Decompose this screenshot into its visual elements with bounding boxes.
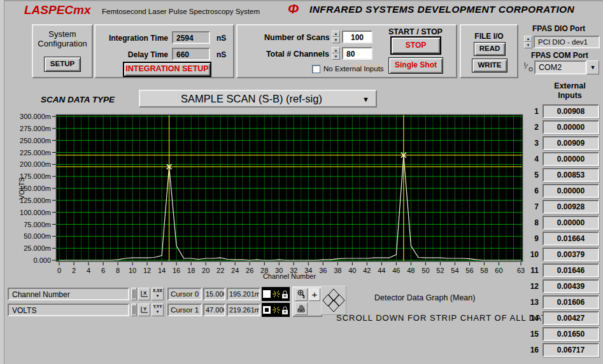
- external-input-value: 0.00909: [543, 136, 599, 150]
- x-tick-label: 24: [231, 267, 239, 274]
- external-input-value: 0.00000: [543, 216, 599, 230]
- x-tick-label: 6: [101, 267, 105, 274]
- cursor1-name-field[interactable]: Cursor 1: [167, 304, 202, 316]
- num-scans-field[interactable]: 100: [342, 31, 372, 43]
- x-tick-label: 18: [187, 267, 195, 274]
- external-input-index: 6: [525, 186, 539, 195]
- external-input-index: 3: [525, 139, 539, 148]
- external-input-value: 0.01664: [543, 232, 599, 246]
- fpas-dio-stepper[interactable]: ▲ ▼: [524, 36, 532, 48]
- external-input-index: 16: [525, 346, 539, 354]
- no-external-inputs-checkbox[interactable]: [312, 65, 320, 73]
- cursor0-x-field[interactable]: 15.000: [203, 288, 225, 300]
- svg-text:X: X: [143, 290, 147, 296]
- lock-icon: [281, 290, 288, 299]
- x-tick-label: 26: [246, 267, 253, 274]
- decrement-icon[interactable]: ▼: [332, 37, 340, 43]
- y-scale-grip-icon[interactable]: [131, 304, 137, 316]
- y-tick-label: 0.000: [33, 256, 51, 264]
- decrement-icon[interactable]: ▼: [524, 42, 532, 48]
- x-scale-legend-field[interactable]: Channel Number: [8, 288, 129, 300]
- single-shot-button[interactable]: Single Shot: [388, 57, 443, 74]
- graph-title: Detector Data Graph (Mean): [374, 293, 475, 302]
- x-axis-lock-button[interactable]: X: [138, 288, 150, 300]
- external-input-index: 5: [525, 171, 539, 179]
- x-format-button[interactable]: X.XX▼: [152, 288, 164, 300]
- external-input-value: 0.01646: [543, 263, 599, 277]
- external-input-index: 9: [525, 234, 539, 243]
- x-tick-label: 36: [319, 267, 327, 274]
- x-scale-grip-icon[interactable]: [131, 288, 137, 300]
- external-input-index: 7: [525, 202, 539, 211]
- scan-data-type-dropdown[interactable]: SAMPLE SCAN (S-B) (ref-sig) ▼: [139, 90, 377, 108]
- x-axis-title: Channel Number: [263, 272, 316, 280]
- num-scans-stepper[interactable]: ▲ ▼: [332, 31, 340, 43]
- x-tick-label: 14: [158, 267, 166, 274]
- external-input-index: 15: [525, 330, 539, 339]
- x-tick-label: 4: [87, 267, 90, 274]
- svg-text:Y: Y: [143, 306, 147, 312]
- external-input-value: 0.00379: [543, 248, 599, 262]
- cursor0-name-field[interactable]: Cursor 0: [167, 288, 202, 300]
- write-button[interactable]: WRITE: [472, 59, 507, 73]
- system-config-title-line1: System: [48, 29, 76, 39]
- cursor-crosshair-icon: [272, 305, 281, 314]
- detector-data-graph[interactable]: 300.000m275.000m250.000m225.000m200.000m…: [5, 109, 525, 283]
- cursor-movement-pad-button[interactable]: [321, 286, 346, 315]
- cursor0-y-field[interactable]: 195.201m: [227, 288, 260, 300]
- chevron-down-icon: ▼: [156, 310, 160, 314]
- scroll-note: SCROLL DOWN FOR STRIP CHART OF ALL DATA: [336, 313, 553, 323]
- external-input-index: 11: [525, 266, 539, 275]
- io-port-icon: I ∕ O: [523, 61, 534, 75]
- increment-icon[interactable]: ▲: [332, 47, 340, 53]
- y-axis-title: VOLTS: [18, 177, 25, 199]
- y-format-button[interactable]: Y.YY▼: [152, 304, 164, 316]
- cursor1-marker-panel[interactable]: [262, 303, 290, 317]
- y-tick-label: 100.000m: [20, 209, 51, 216]
- y-tick-label: 300.000m: [20, 113, 51, 120]
- delay-time-field[interactable]: 660: [172, 48, 210, 60]
- y-tick-label: 225.000m: [20, 149, 51, 157]
- increment-icon[interactable]: ▲: [524, 36, 532, 42]
- crosshair-tool-button[interactable]: +: [309, 288, 320, 301]
- x-tick-label: 0: [57, 267, 61, 274]
- cursor1-x-field[interactable]: 47.000: [203, 304, 225, 316]
- external-input-index: 4: [525, 155, 539, 164]
- no-external-inputs-label: No External Inputs: [323, 65, 384, 73]
- setup-button[interactable]: SETUP: [44, 57, 81, 72]
- integration-time-field[interactable]: 2594: [172, 31, 210, 44]
- stop-button[interactable]: STOP: [390, 36, 441, 55]
- external-input-index: 14: [525, 314, 539, 323]
- pan-tool-button[interactable]: [295, 302, 308, 315]
- decrement-icon[interactable]: ▼: [332, 53, 340, 60]
- external-input-index: 2: [525, 123, 539, 132]
- legend-divider: [165, 286, 166, 318]
- increment-icon[interactable]: ▲: [332, 31, 340, 37]
- y-axis-lock-button[interactable]: Y: [138, 304, 150, 316]
- zoom-tool-button[interactable]: [295, 288, 308, 301]
- fpas-dio-port-field[interactable]: PCI DIO - dev1: [534, 36, 600, 48]
- total-channels-field[interactable]: 80: [342, 47, 372, 60]
- external-input-index: 12: [525, 282, 539, 291]
- external-input-value: 0.00908: [543, 104, 599, 118]
- fpas-com-dropdown-button[interactable]: ▼: [586, 60, 599, 74]
- cursor1-y-field[interactable]: 219.261m: [227, 304, 260, 316]
- total-channels-stepper[interactable]: ▲ ▼: [332, 47, 340, 60]
- x-tick-label: 50: [422, 267, 429, 274]
- x-tick-label: 20: [202, 267, 209, 274]
- x-tick-label: 8: [116, 267, 120, 274]
- chevron-down-icon: ▼: [590, 64, 596, 71]
- y-tick-label: 200.000m: [20, 160, 51, 168]
- x-tick-label: 54: [451, 267, 458, 274]
- fpas-com-port-field[interactable]: COM2: [534, 60, 586, 74]
- y-scale-legend-field[interactable]: VOLTS: [8, 304, 129, 316]
- integration-time-unit: nS: [216, 34, 226, 43]
- external-input-value: 0.06717: [543, 343, 599, 357]
- delay-time-label: Delay Time: [102, 50, 168, 59]
- integration-setup-button[interactable]: INTEGRATION SETUP: [123, 62, 211, 77]
- cursor0-marker-panel[interactable]: [262, 287, 290, 301]
- cursor-crosshair-icon: [272, 290, 281, 298]
- direction-pad-icon: [322, 286, 346, 314]
- app-logo: LASPECmx: [24, 3, 91, 17]
- read-button[interactable]: READ: [474, 42, 506, 56]
